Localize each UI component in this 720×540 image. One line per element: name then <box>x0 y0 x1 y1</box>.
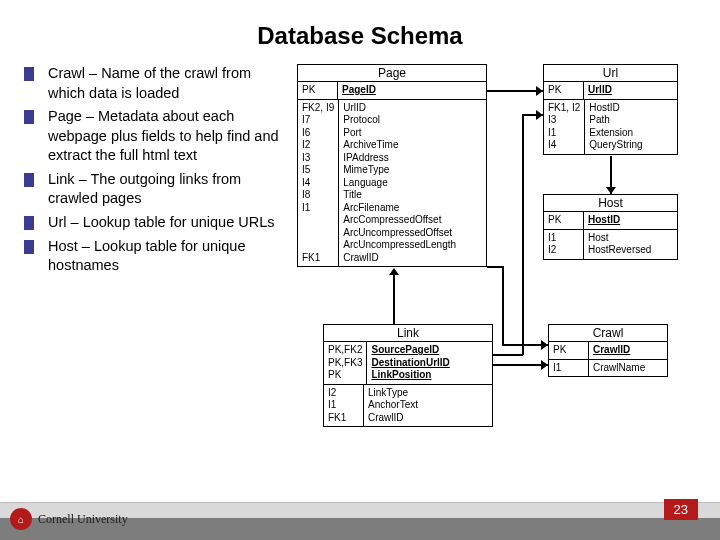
entity-host: Host PK HostID I1 I2 Host HostReversed <box>543 194 678 260</box>
cornell-seal-icon: ⌂ <box>10 508 32 530</box>
bullet-item: Url – Lookup table for unique URLs <box>24 213 279 233</box>
org-name: Cornell University <box>38 512 128 527</box>
entity-header: Crawl <box>549 325 667 342</box>
er-diagram: Page PK PageID FK2, I9 I7 I6 I2 I3 I5 <box>293 64 696 444</box>
relation-arrow <box>487 266 503 268</box>
arrowhead-icon <box>541 340 548 350</box>
relation-arrow <box>493 354 523 356</box>
entity-header: Page <box>298 65 486 82</box>
bullet-item: Link – The outgoing links from crawled p… <box>24 170 279 209</box>
footer: ⌂ Cornell University 23 <box>0 502 720 540</box>
relation-arrow <box>393 274 395 324</box>
bullet-item: Page – Metadata about each webpage plus … <box>24 107 279 166</box>
entity-link: Link PK,FK2 PK,FK3 PK SourcePageID Desti… <box>323 324 493 427</box>
entity-header: Link <box>324 325 492 342</box>
entity-header: Url <box>544 65 677 82</box>
bullet-marker-icon <box>24 216 34 230</box>
bullet-item: Crawl – Name of the crawl from which dat… <box>24 64 279 103</box>
bullet-text: Url – Lookup table for unique URLs <box>48 213 275 233</box>
entity-crawl: Crawl PK CrawlID I1 CrawlName <box>548 324 668 377</box>
arrowhead-icon <box>606 187 616 194</box>
relation-arrow <box>493 364 548 366</box>
slide: Database Schema Crawl – Name of the craw… <box>0 0 720 540</box>
entity-header: Host <box>544 195 677 212</box>
relation-arrow <box>502 266 504 344</box>
arrowhead-icon <box>389 268 399 275</box>
bullet-marker-icon <box>24 240 34 254</box>
arrowhead-icon <box>536 110 543 120</box>
relation-arrow <box>487 90 543 92</box>
entity-url: Url PK UrlID FK1, I2 I3 I1 I4 Host <box>543 64 678 155</box>
bullet-text: Page – Metadata about each webpage plus … <box>48 107 279 166</box>
bullet-text: Link – The outgoing links from crawled p… <box>48 170 279 209</box>
footer-logo: ⌂ Cornell University <box>10 508 128 530</box>
bullet-list: Crawl – Name of the crawl from which dat… <box>24 64 279 444</box>
slide-title: Database Schema <box>0 0 720 64</box>
arrowhead-icon <box>541 360 548 370</box>
entity-page: Page PK PageID FK2, I9 I7 I6 I2 I3 I5 <box>297 64 487 267</box>
arrowhead-icon <box>536 86 543 96</box>
relation-arrow <box>522 114 524 355</box>
page-number: 23 <box>664 499 698 520</box>
bullet-text: Crawl – Name of the crawl from which dat… <box>48 64 279 103</box>
bullet-text: Host – Lookup table for unique hostnames <box>48 237 279 276</box>
content-area: Crawl – Name of the crawl from which dat… <box>0 64 720 444</box>
bullet-marker-icon <box>24 173 34 187</box>
bullet-marker-icon <box>24 110 34 124</box>
bullet-item: Host – Lookup table for unique hostnames <box>24 237 279 276</box>
bullet-marker-icon <box>24 67 34 81</box>
